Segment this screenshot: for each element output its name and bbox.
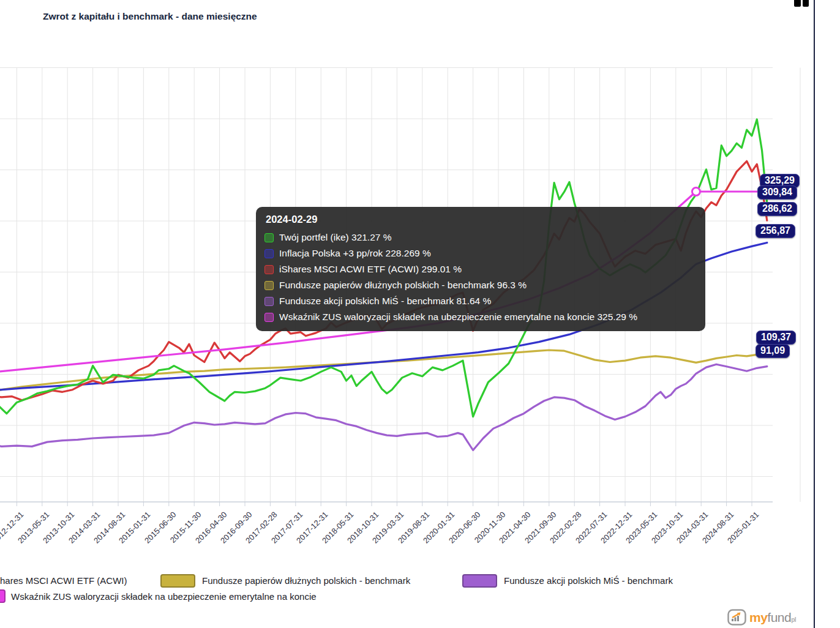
tooltip-row-portfolio: Twój portfel (ike) 321.27 % <box>264 230 697 245</box>
tooltip-date: 2024-02-29 <box>266 214 697 225</box>
zus-legend-swatch-icon[interactable] <box>0 589 6 603</box>
chart-tooltip: 2024-02-29 Twój portfel (ike) 321.27 % I… <box>256 207 705 331</box>
value-badge-acwi: 286,62 <box>757 202 797 216</box>
tooltip-row-inflation: Inflacja Polska +3 pp/rok 228.269 % <box>264 245 697 261</box>
myfund-logo[interactable]: myfundpl <box>727 609 796 626</box>
logo-my: my <box>749 610 767 624</box>
mis-swatch-icon <box>264 297 274 306</box>
page: { "page": { "title": "Zwrot z kapitału i… <box>0 0 840 628</box>
legend-item-mis[interactable]: Fundusze akcji polskich MiŚ - benchmark <box>504 575 673 586</box>
myfund-logo-icon <box>727 609 746 626</box>
value-badge-portfolio: 309,84 <box>757 185 797 200</box>
tooltip-row-acwi: iShares MSCI ACWI ETF (ACWI) 299.01 % <box>264 261 697 277</box>
acwi-swatch-icon <box>264 265 274 274</box>
tooltip-row-bonds: Fundusze papierów dłużnych polskich - be… <box>264 277 697 293</box>
mis-legend-swatch-icon[interactable] <box>462 574 497 588</box>
legend-item-zus[interactable]: Wskaźnik ZUS waloryzacji składek na ubez… <box>11 591 317 602</box>
tooltip-row-zus: Wskaźnik ZUS waloryzacji składek na ubez… <box>264 309 697 325</box>
page-title: Zwrot z kapitału i benchmark - dane mies… <box>43 11 257 22</box>
value-badge-mis: 91,09 <box>756 344 790 358</box>
legend-item-acwi[interactable]: hares MSCI ACWI ETF (ACWI) <box>0 575 127 586</box>
bonds-legend-swatch-icon[interactable] <box>160 574 195 588</box>
portfolio-swatch-icon <box>264 233 274 242</box>
inflation-swatch-icon <box>264 249 274 258</box>
tooltip-row-mis: Fundusze akcji polskich MiŚ - benchmark … <box>264 293 697 309</box>
bonds-swatch-icon <box>264 281 274 290</box>
export-menu-icon[interactable] <box>794 0 809 7</box>
value-badge-inflation: 256,87 <box>756 224 795 238</box>
hover-marker <box>692 188 700 196</box>
legend-item-bonds[interactable]: Fundusze papierów dłużnych polskich - be… <box>202 575 410 586</box>
logo-tld: pl <box>791 616 796 623</box>
zus-swatch-icon <box>264 313 274 322</box>
panel-divider <box>814 0 815 628</box>
value-badge-bonds: 109,37 <box>756 331 796 345</box>
logo-fund: fund <box>767 610 791 624</box>
series-line <box>0 350 767 394</box>
